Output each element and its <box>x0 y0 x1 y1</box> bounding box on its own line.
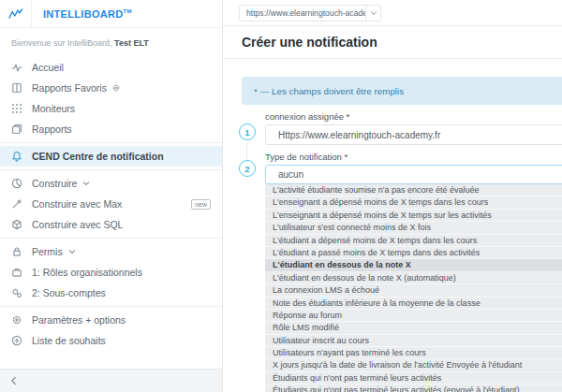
chevron-down-icon <box>365 6 380 21</box>
chevron-down-icon <box>68 248 76 255</box>
sidebar-item-label: Paramètres + options <box>32 314 126 326</box>
notification-type-input[interactable] <box>265 165 562 184</box>
form-content: * — Les champs doivent être remplis 1 2 … <box>223 59 562 392</box>
grid-icon <box>11 103 22 114</box>
page-title: Créer une notification <box>242 35 377 50</box>
sidebar-item-label: CEND Centre de notification <box>32 151 164 162</box>
sidebar-item-accueil[interactable]: Accueil <box>0 57 222 78</box>
notification-type-option[interactable]: L'étudiant en dessous de la note X (auto… <box>265 272 562 284</box>
wand-icon <box>11 198 22 210</box>
sidebar-item-label: 2: Sous-comptes <box>32 287 106 298</box>
sidebar-item-label: Rapports <box>32 123 72 135</box>
gears-icon <box>11 287 22 298</box>
sidebar-item-label: Construire avec Max <box>32 198 122 210</box>
site-select[interactable]: https://www.elearningtouch-academy.fr <box>239 5 381 22</box>
sidebar-item-permis[interactable]: Permis <box>0 241 222 262</box>
assigned-connection-label: connexion assignée * <box>265 112 562 122</box>
brand-name: INTELLIBOARDTM <box>43 8 132 20</box>
sidebar-item-label: Liste de souhaits <box>32 335 106 346</box>
cube-icon <box>11 219 22 230</box>
briefcase-icon <box>11 267 22 278</box>
sidebar-item-roles-organisationnels[interactable]: 1: Rôles organisationnels <box>0 262 222 283</box>
nav-divider <box>0 306 222 307</box>
brand-tm: TM <box>123 8 131 14</box>
plus-circle-icon <box>11 335 22 346</box>
notification-type-dropdown: L'activité étudiante soumise n'a pas enc… <box>265 184 562 392</box>
sidebar-item-label: Accueil <box>32 62 64 73</box>
nav-divider <box>0 142 222 143</box>
sidebar-header: INTELLIBOARDTM <box>0 0 222 28</box>
step-connector-line <box>246 142 247 160</box>
notification-type-option[interactable]: L'activité étudiante soumise n'a pas enc… <box>265 184 562 196</box>
lock-icon <box>11 246 22 257</box>
sidebar-item-sous-comptes[interactable]: 2: Sous-comptes <box>0 283 222 303</box>
sidebar-item-rapports-favoris[interactable]: Rapports Favoris <box>0 78 222 98</box>
sidebar-item-construire-avec-max[interactable]: Construire avec Max new <box>0 194 222 214</box>
app-window: INTELLIBOARDTM Bienvenue sur IntelliBoar… <box>0 0 562 392</box>
report-icon <box>11 82 22 94</box>
main-content: https://www.elearningtouch-academy.fr Cr… <box>223 0 562 392</box>
chevron-down-icon <box>82 180 90 187</box>
sidebar-item-label: 1: Rôles organisationnels <box>32 267 142 278</box>
welcome-prefix: Bienvenue sur IntelliBoard, <box>11 38 112 48</box>
new-badge: new <box>191 199 211 210</box>
sidebar-item-construire-avec-sql[interactable]: Construire avec SQL <box>0 214 222 235</box>
notification-type-option[interactable]: L'utilisateur s'est connecté moins de X … <box>265 222 562 234</box>
sidebar-item-label: Moniteurs <box>32 103 75 114</box>
nav-divider <box>0 238 222 239</box>
welcome-text: Bienvenue sur IntelliBoard, Test ELT <box>0 28 222 53</box>
step-2-indicator: 2 <box>239 160 256 177</box>
notification-type-option[interactable]: Étudiants qui n'ont pas terminé leurs ac… <box>265 372 562 385</box>
sidebar-item-centre-notification[interactable]: CEND Centre de notification <box>0 146 222 167</box>
notification-type-label: Type de notification * <box>265 152 562 162</box>
notification-type-option[interactable]: Utilisateur inscrit au cours <box>265 335 562 347</box>
title-row: Créer une notification <box>223 26 562 59</box>
sidebar-item-label: Construire avec SQL <box>32 219 123 230</box>
sidebar-item-rapports[interactable]: Rapports <box>0 119 222 139</box>
step-1-indicator: 1 <box>239 123 256 140</box>
required-fields-alert: * — Les champs doivent être remplis <box>242 77 562 105</box>
copy-icon <box>11 123 22 135</box>
notification-type-option[interactable]: Étudiants qui n'ont pas terminé leurs ac… <box>265 385 562 392</box>
sidebar: INTELLIBOARDTM Bienvenue sur IntelliBoar… <box>0 0 223 392</box>
chevron-left-icon <box>9 372 19 389</box>
top-bar: https://www.elearningtouch-academy.fr <box>223 0 562 26</box>
sidebar-item-parametres-options[interactable]: Paramètres + options <box>0 310 222 330</box>
notification-type-option[interactable]: Réponse au forum <box>265 310 562 322</box>
notification-type-option[interactable]: L'étudiant a passé moins de X temps dans… <box>265 247 562 259</box>
pulse-icon <box>11 62 22 73</box>
sidebar-collapse-button[interactable] <box>0 369 222 392</box>
assigned-connection-input[interactable] <box>265 124 562 145</box>
sidebar-item-label: Rapports Favoris <box>32 82 107 94</box>
sidebar-item-label: Permis <box>32 246 63 257</box>
settings-gear-icon[interactable] <box>111 83 121 93</box>
welcome-user: Test ELT <box>114 38 149 48</box>
notification-type-option-selected[interactable]: L'étudiant en dessous de la note X <box>265 259 562 271</box>
intelliboard-logo-icon[interactable] <box>0 0 32 28</box>
notification-type-option[interactable]: L'étudiant a dépensé moins de X temps da… <box>265 235 562 247</box>
notification-type-option[interactable]: L'enseignant a dépensé moins de X temps … <box>265 210 562 222</box>
sidebar-item-construire[interactable]: Construire <box>0 173 222 194</box>
notification-type-option[interactable]: Utilisateurs n'ayant pas terminé les cou… <box>265 347 562 359</box>
gear-icon <box>11 314 22 326</box>
notification-type-option[interactable]: Note des étudiants inférieure à la moyen… <box>265 298 562 310</box>
pie-chart-icon <box>11 178 22 189</box>
notification-type-option[interactable]: Rôle LMS modifié <box>265 322 562 334</box>
bell-icon <box>11 151 22 162</box>
sidebar-item-liste-de-souhaits[interactable]: Liste de souhaits <box>0 330 222 351</box>
notification-form: 1 2 connexion assignée * Type de notific… <box>242 112 562 392</box>
sidebar-item-moniteurs[interactable]: Moniteurs <box>0 98 222 119</box>
sidebar-item-label: Construire <box>32 178 77 189</box>
site-select-value: https://www.elearningtouch-academy.fr <box>240 8 365 18</box>
notification-type-option[interactable]: L'enseignant a dépensé moins de X temps … <box>265 196 562 209</box>
notification-type-option[interactable]: La connexion LMS a échoué <box>265 284 562 297</box>
sidebar-nav: Accueil Rapports Favoris <box>0 57 222 351</box>
notification-type-option[interactable]: X jours jusqu'à la date de livraison de … <box>265 359 562 371</box>
nav-divider <box>0 169 222 170</box>
